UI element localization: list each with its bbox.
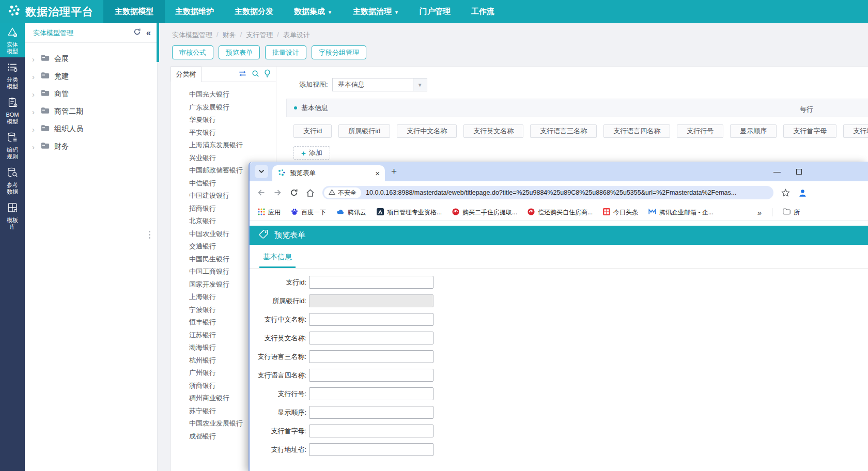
chevron-right-icon[interactable]: › (32, 107, 36, 116)
nav-item-label: 工作流 (471, 7, 494, 17)
bookmarks-overflow-icon[interactable]: » (757, 208, 762, 217)
form-field-input[interactable] (309, 369, 433, 382)
view-select-arrow[interactable]: ▼ (413, 78, 427, 91)
tree-folder-row[interactable]: ›财务 (25, 138, 157, 155)
forward-icon[interactable] (273, 189, 282, 197)
nav-item-门户管理[interactable]: 门户管理 (411, 0, 459, 23)
address-bar[interactable]: 不安全 10.0.0.163:8988/masterdata/eweb/titl… (322, 186, 773, 199)
panel-drag-handle[interactable] (149, 231, 152, 239)
search-icon[interactable] (252, 70, 259, 80)
nav-item-主数据分发[interactable]: 主数据分发 (226, 0, 282, 23)
pm-cert-icon (377, 208, 384, 217)
add-field-button[interactable]: + 添加 (293, 146, 330, 160)
form-field-input[interactable] (309, 313, 433, 326)
form-field-input[interactable] (309, 276, 433, 289)
rail-item-参考数据[interactable]: 参考数据 (0, 164, 25, 198)
collapse-panel-icon[interactable]: « (146, 28, 151, 38)
field-chip[interactable]: 支行中文名称 (397, 124, 457, 138)
field-chip[interactable]: 所属银行id (338, 124, 390, 138)
bank-item[interactable]: 上海浦东发展银行 (189, 139, 276, 152)
bank-item[interactable]: 平安银行 (189, 127, 276, 139)
security-chip[interactable]: 不安全 (324, 187, 361, 198)
bank-item[interactable]: 中国光大银行 (189, 88, 276, 101)
批量设计-button[interactable]: 批量设计 (265, 45, 306, 59)
chevron-right-icon[interactable]: › (32, 143, 36, 151)
bookmark-item[interactable]: 百度一下 (291, 208, 326, 217)
tree-folder-row[interactable]: ›商管二期 (25, 103, 157, 120)
审核公式-button[interactable]: 审核公式 (172, 45, 213, 59)
field-chip[interactable]: 支行语言四名称 (603, 124, 670, 138)
browser-toolbar: 不安全 10.0.0.163:8988/masterdata/eweb/titl… (250, 181, 868, 204)
rail-item-编码规则[interactable]: 编码规则 (0, 129, 25, 163)
home-icon[interactable] (306, 189, 315, 197)
nav-item-label: 主数据维护 (175, 7, 214, 17)
nav-item-工作流[interactable]: 工作流 (463, 0, 503, 23)
entity-folder-list: ›会展›党建›商管›商管二期›组织人员›财务 (25, 43, 157, 155)
chevron-right-icon[interactable]: › (32, 72, 36, 81)
chevron-right-icon[interactable]: › (32, 55, 36, 64)
field-chip[interactable]: 支行语言三名称 (530, 124, 597, 138)
all-bookmarks-button[interactable]: 所 (783, 208, 800, 217)
rail-item-实体模型[interactable]: 实体模型 (0, 23, 25, 57)
bookmark-item[interactable]: 应用 (258, 208, 281, 217)
nav-item-主数据模型[interactable]: 主数据模型 (103, 0, 165, 23)
nav-item-主数据维护[interactable]: 主数据维护 (167, 0, 222, 23)
预览表单-button[interactable]: 预览表单 (219, 45, 260, 59)
category-tree-tab[interactable]: 分类树 (171, 67, 202, 82)
view-select[interactable]: 基本信息 (332, 78, 413, 91)
tree-folder-label: 财务 (54, 142, 69, 151)
nav-item-label: 主数据分发 (235, 7, 273, 17)
lightbulb-icon[interactable] (264, 69, 271, 80)
bookmark-star-icon[interactable] (781, 189, 790, 197)
window-maximize-icon[interactable] (796, 169, 802, 175)
tree-folder-row[interactable]: ›会展 (25, 50, 157, 68)
rail-item-模板库[interactable]: 模板库 (0, 199, 25, 233)
preview-page-header: 预览表单 (250, 226, 868, 245)
swap-icon[interactable] (238, 70, 247, 79)
bookmark-item[interactable]: 购买二手住房提取... (452, 208, 517, 217)
form-field-input[interactable] (309, 387, 433, 400)
folder-icon (41, 124, 50, 134)
tab-search-button[interactable] (255, 165, 268, 178)
bookmark-item[interactable]: 腾讯企业邮箱 - 企... (648, 208, 714, 217)
form-field-input[interactable] (309, 443, 433, 456)
profile-avatar-icon[interactable] (798, 188, 808, 198)
bookmark-item[interactable]: 今日头条 (603, 208, 638, 217)
tree-folder-row[interactable]: ›党建 (25, 68, 157, 85)
browser-tab[interactable]: 预览表单 × (272, 165, 385, 181)
bank-item[interactable]: 广东发展银行 (189, 101, 276, 114)
refresh-icon[interactable] (133, 28, 141, 38)
field-chip[interactable]: 支行行号 (677, 124, 723, 138)
reload-icon[interactable] (290, 189, 298, 197)
chevron-right-icon[interactable]: › (32, 90, 36, 99)
tab-close-icon[interactable]: × (375, 169, 380, 178)
bookmark-item[interactable]: 项目管理专业资格... (377, 208, 442, 217)
form-field-input[interactable] (309, 425, 433, 437)
breadcrumb-separator: / (240, 30, 242, 40)
字段分组管理-button[interactable]: 字段分组管理 (312, 45, 366, 59)
bookmark-item[interactable]: 腾讯云 (336, 208, 366, 217)
bookmark-item[interactable]: 偿还购买自住房商... (528, 208, 593, 217)
tree-folder-row[interactable]: ›商管 (25, 85, 157, 103)
field-chip[interactable]: 支行id (293, 124, 332, 138)
form-field-input[interactable] (309, 350, 433, 363)
new-tab-icon[interactable]: + (391, 166, 397, 177)
chevron-right-icon[interactable]: › (32, 125, 36, 134)
field-chip[interactable]: 显示顺序 (730, 124, 777, 138)
nav-item-主数据治理[interactable]: 主数据治理▼ (345, 0, 407, 23)
field-chip[interactable]: 支行首字母 (783, 124, 836, 138)
field-chip[interactable]: 支行英文名称 (463, 124, 523, 138)
window-minimize-icon[interactable]: — (773, 167, 781, 176)
rail-item-分类模型[interactable]: 分类模型 (0, 58, 25, 92)
rail-item-BOM模型[interactable]: BOM模型 (0, 93, 25, 128)
tab-basic-info[interactable]: 基本信息 (259, 253, 296, 268)
preview-tab-row: 基本信息 (250, 245, 868, 269)
field-chip[interactable]: 支行地址省 (843, 124, 868, 138)
nav-item-label: 门户管理 (420, 7, 451, 17)
back-icon[interactable] (257, 189, 266, 197)
form-field-input[interactable] (309, 332, 433, 344)
tree-folder-row[interactable]: ›组织人员 (25, 120, 157, 138)
form-field-input[interactable] (309, 406, 433, 419)
bank-item[interactable]: 华夏银行 (189, 114, 276, 127)
nav-item-数据集成[interactable]: 数据集成▼ (286, 0, 340, 23)
